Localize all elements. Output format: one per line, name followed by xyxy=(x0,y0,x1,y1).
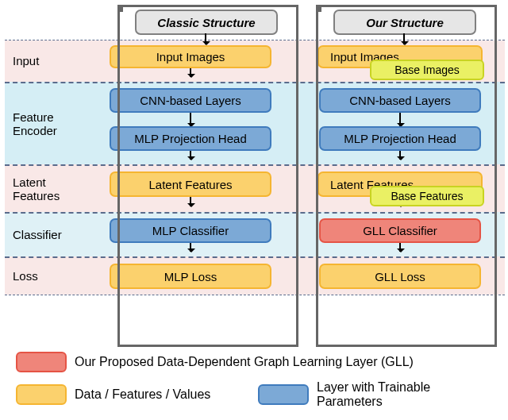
row-label-encoder: Feature Encoder xyxy=(5,83,86,164)
legend-swatch-gll xyxy=(16,352,67,372)
ours-mlp-proj: MLP Projection Head xyxy=(319,126,481,151)
row-label-classifier: Classifier xyxy=(5,214,86,256)
header-ours: Our Structure xyxy=(333,10,476,35)
arrow-down-icon xyxy=(403,33,405,44)
arrow-down-icon xyxy=(399,151,401,160)
legend-swatch-trainable xyxy=(258,384,309,405)
ours-cnn: CNN-based Layers xyxy=(319,88,481,113)
legend-label-data: Data / Features / Values xyxy=(75,387,210,402)
classic-latent: Latent Features xyxy=(110,171,271,197)
legend-swatch-data xyxy=(16,384,67,405)
arrow-down-icon xyxy=(190,197,191,206)
arrow-down-icon xyxy=(190,68,191,77)
row-label-latent: Latent Features xyxy=(5,166,86,212)
arrow-down-icon xyxy=(205,33,206,44)
row-label-input: Input xyxy=(5,40,86,82)
comparison-grid: Input Input Images Input Images Base Ima… xyxy=(5,40,505,295)
header-classic: Classic Structure xyxy=(135,10,278,35)
legend-label-trainable: Layer with Trainable Parameters xyxy=(317,380,492,409)
ours-loss: GLL Loss xyxy=(319,264,481,289)
classic-cnn: CNN-based Layers xyxy=(110,88,271,113)
ours-latent: Latent Features Base Features xyxy=(318,171,483,197)
classic-loss: MLP Loss xyxy=(110,264,271,289)
classic-mlp-proj: MLP Projection Head xyxy=(110,126,271,151)
classic-input: Input Images xyxy=(110,45,271,68)
classic-classifier: MLP Classifier xyxy=(110,218,271,243)
ours-classifier: GLL Classifier xyxy=(319,218,481,243)
legend-label-gll: Our Proposed Data-Dependent Graph Learni… xyxy=(75,355,414,369)
arrow-down-icon xyxy=(399,243,401,252)
legend: Our Proposed Data-Dependent Graph Learni… xyxy=(16,344,492,409)
ours-input: Input Images Base Images xyxy=(318,45,483,68)
arrow-down-icon xyxy=(190,151,191,160)
ours-base-images: Base Images xyxy=(370,60,484,80)
ours-base-features: Base Features xyxy=(370,186,484,206)
arrow-down-icon xyxy=(190,243,191,252)
arrow-down-icon xyxy=(190,113,191,126)
row-label-loss: Loss xyxy=(5,258,86,295)
arrow-down-icon xyxy=(399,113,401,126)
